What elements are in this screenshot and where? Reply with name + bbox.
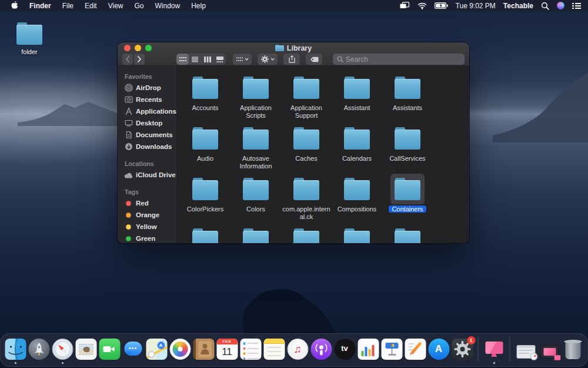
column-view-button[interactable] bbox=[201, 54, 213, 65]
folder-item-assistants[interactable]: Assistants bbox=[382, 69, 433, 120]
desktop-folder-item[interactable]: folder bbox=[8, 22, 51, 55]
folder-item-application-scripts[interactable]: Application Scripts bbox=[230, 69, 281, 120]
menu-item-window[interactable]: Window bbox=[155, 2, 181, 10]
dock-system-preferences[interactable]: 1 bbox=[452, 338, 473, 360]
folder-item-colorpickers[interactable]: ColorPickers bbox=[180, 171, 230, 221]
dock-reminders[interactable] bbox=[240, 338, 262, 360]
dock-numbers[interactable] bbox=[358, 338, 379, 360]
folder-item-containers-selected[interactable]: Containers bbox=[382, 171, 433, 221]
action-menu-button[interactable] bbox=[258, 54, 278, 65]
dock-minimized-app-window[interactable] bbox=[539, 338, 560, 360]
search-input[interactable] bbox=[346, 55, 460, 64]
dock-maps[interactable]: A bbox=[146, 338, 168, 360]
folder-icon bbox=[192, 127, 218, 150]
notification-list-icon[interactable] bbox=[572, 2, 581, 9]
dock-trash[interactable] bbox=[562, 338, 584, 360]
icon-view-button[interactable] bbox=[176, 54, 189, 65]
dock-keynote[interactable] bbox=[381, 338, 403, 360]
dock-music[interactable]: ♫ bbox=[287, 338, 309, 360]
folder-icon bbox=[344, 178, 370, 200]
folder-item-partial-5[interactable] bbox=[382, 221, 433, 243]
dock-podcasts[interactable] bbox=[310, 338, 332, 360]
dock-cleanmymac[interactable] bbox=[483, 338, 505, 360]
battery-charging-icon[interactable] bbox=[435, 2, 448, 9]
folder-icon bbox=[192, 77, 218, 99]
menu-item-help[interactable]: Help bbox=[191, 2, 206, 10]
folder-item-application-support[interactable]: Application Support bbox=[281, 69, 332, 120]
spotlight-search-icon[interactable] bbox=[541, 2, 549, 10]
folder-item-callservices[interactable]: CallServices bbox=[382, 120, 433, 171]
folder-item-accounts[interactable]: Accounts bbox=[180, 69, 230, 120]
menu-item-go[interactable]: Go bbox=[135, 2, 144, 10]
apple-menu[interactable] bbox=[11, 1, 18, 11]
folder-item-assistant[interactable]: Assistant bbox=[332, 69, 382, 120]
folder-item-audio[interactable]: Audio bbox=[180, 120, 230, 171]
siri-icon[interactable] bbox=[557, 2, 564, 9]
folder-icon bbox=[16, 22, 42, 45]
dock-safari[interactable] bbox=[52, 338, 74, 360]
dock-notes[interactable] bbox=[263, 338, 285, 360]
finder-sidebar: Favorites AirDrop Recents Applications D… bbox=[118, 66, 178, 243]
chevron-right-icon bbox=[137, 56, 142, 62]
applications-icon bbox=[124, 107, 133, 115]
folder-item-compositions[interactable]: Compositions bbox=[332, 171, 382, 221]
menu-item-view[interactable]: View bbox=[108, 2, 123, 10]
group-by-button[interactable] bbox=[233, 54, 252, 65]
dock-contacts[interactable] bbox=[193, 338, 215, 360]
share-button[interactable] bbox=[283, 54, 300, 65]
dock-messages[interactable]: ••• bbox=[122, 338, 144, 360]
sidebar-item-airdrop[interactable]: AirDrop bbox=[123, 82, 177, 94]
menu-item-edit[interactable]: Edit bbox=[85, 2, 97, 10]
tags-button[interactable] bbox=[306, 54, 322, 65]
folder-item-colors[interactable]: Colors bbox=[230, 171, 281, 221]
folder-item-autosave-information[interactable]: Autosave Information bbox=[230, 120, 281, 171]
folder-item-partial-1[interactable] bbox=[180, 221, 230, 243]
folder-item-calendars[interactable]: Calendars bbox=[332, 120, 382, 171]
dock-calendar[interactable]: FEB 11 bbox=[216, 338, 238, 360]
folder-item-com-apple-internal-ck[interactable]: com.apple.internal.ck bbox=[281, 171, 332, 221]
sidebar-item-tag-red[interactable]: Red bbox=[123, 197, 177, 209]
sidebar-item-icloud-drive[interactable]: iCloud Drive bbox=[123, 169, 177, 181]
sidebar-item-downloads[interactable]: Downloads bbox=[123, 141, 177, 152]
sidebar-item-recents[interactable]: Recents bbox=[123, 94, 177, 105]
maps-icon: A bbox=[146, 339, 167, 360]
list-view-button[interactable] bbox=[189, 54, 201, 65]
folder-icon bbox=[395, 178, 420, 200]
dock-finder[interactable] bbox=[5, 338, 26, 360]
green-tag-icon bbox=[126, 236, 131, 241]
search-field[interactable] bbox=[333, 54, 465, 65]
sidebar-item-tag-green[interactable]: Green bbox=[123, 233, 177, 243]
apple-logo-icon bbox=[11, 1, 18, 9]
tv-icon: tv bbox=[334, 339, 355, 360]
menu-item-finder[interactable]: Finder bbox=[29, 2, 51, 10]
sidebar-item-tag-orange[interactable]: Orange bbox=[123, 209, 177, 221]
dock-launchpad[interactable] bbox=[28, 338, 50, 360]
menu-item-file[interactable]: File bbox=[62, 2, 74, 10]
minimized-window-thumbnail bbox=[540, 345, 559, 359]
sidebar-item-documents[interactable]: Documents bbox=[123, 129, 177, 141]
dock-app-store[interactable]: A bbox=[428, 338, 450, 360]
dock-minimized-safari-window[interactable] bbox=[515, 338, 537, 360]
folder-item-caches[interactable]: Caches bbox=[281, 120, 332, 171]
sidebar-item-desktop[interactable]: Desktop bbox=[123, 117, 177, 129]
display-mirroring-icon[interactable] bbox=[400, 2, 410, 9]
dock-mail[interactable] bbox=[75, 338, 97, 360]
yellow-tag-icon bbox=[126, 224, 131, 230]
menu-clock[interactable]: Tue 9:02 PM bbox=[456, 2, 496, 10]
dock-photos[interactable] bbox=[169, 338, 191, 360]
folder-item-partial-3[interactable] bbox=[281, 221, 332, 243]
tag-icon bbox=[310, 57, 319, 62]
dock-facetime[interactable] bbox=[99, 338, 121, 360]
wifi-icon[interactable] bbox=[417, 2, 427, 9]
sidebar-item-tag-yellow[interactable]: Yellow bbox=[123, 221, 177, 233]
folder-item-partial-4[interactable] bbox=[332, 221, 382, 243]
gallery-view-button[interactable] bbox=[213, 54, 226, 65]
forward-button[interactable] bbox=[134, 54, 145, 65]
dock-tv[interactable]: tv bbox=[334, 338, 356, 360]
folder-item-partial-2[interactable] bbox=[230, 221, 281, 243]
back-button[interactable] bbox=[122, 54, 133, 65]
dock-pages[interactable] bbox=[405, 338, 426, 360]
menu-user-name[interactable]: Techable bbox=[503, 2, 533, 10]
group-icon bbox=[236, 57, 243, 62]
sidebar-item-applications[interactable]: Applications bbox=[123, 105, 177, 117]
